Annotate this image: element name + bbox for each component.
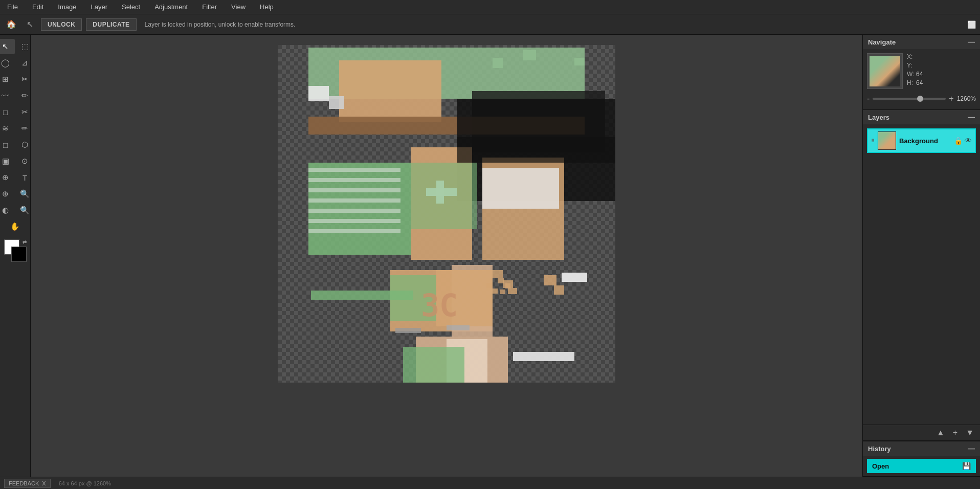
canvas[interactable]: ЗС <box>278 45 615 383</box>
layer-drag-handle: ⠿ <box>871 138 875 144</box>
clone-stamp-tool[interactable]: ⊕ <box>0 186 15 202</box>
layer-background[interactable]: ⠿ Background 🔒 👁 <box>867 128 976 153</box>
toolbar: 🏠 ↖ UNLOCK DUPLICATE Layer is locked in … <box>0 14 980 35</box>
svg-rect-14 <box>308 198 400 203</box>
menu-view[interactable]: View <box>228 2 249 12</box>
history-item-open[interactable]: Open 💾 <box>867 459 976 473</box>
cursor-button[interactable]: ↖ <box>23 17 37 32</box>
svg-rect-44 <box>493 288 498 294</box>
layer-controls: ▲ + ▼ <box>863 425 980 440</box>
layer-move-up-button[interactable]: ▲ <box>934 427 947 438</box>
menu-help[interactable]: Help <box>257 2 277 12</box>
history-section: History — Open 💾 <box>863 441 980 477</box>
duplicate-button[interactable]: DUPLICATE <box>86 18 136 31</box>
feedback-tab[interactable]: FEEDBACK X <box>4 479 51 488</box>
heal-tool[interactable]: ⊕ <box>0 170 15 185</box>
layers-collapse-button[interactable]: — <box>968 113 975 121</box>
history-header: History — <box>863 441 980 456</box>
svg-rect-24 <box>457 137 615 163</box>
layer-move-down-button[interactable]: ▼ <box>964 427 976 438</box>
crop-tool[interactable]: ⊞ <box>0 72 15 87</box>
rectangle-tool[interactable]: □ <box>0 104 15 120</box>
shape-tool[interactable]: □ <box>0 137 15 152</box>
menu-filter[interactable]: Filter <box>199 2 220 12</box>
svg-rect-13 <box>308 188 400 192</box>
feedback-label: FEEDBACK <box>9 480 39 486</box>
y-label: Y: <box>907 62 914 69</box>
x-label: X: <box>907 53 914 60</box>
menu-image[interactable]: Image <box>55 2 79 12</box>
w-label: W: <box>907 71 914 78</box>
zoom-thumb <box>917 96 923 102</box>
stroke-tool[interactable]: 〰 <box>0 88 15 103</box>
svg-rect-15 <box>308 209 400 213</box>
hand-tool[interactable]: ✋ <box>6 219 25 234</box>
canvas-wrapper: ЗС <box>278 45 615 383</box>
svg-rect-12 <box>308 178 400 182</box>
svg-rect-23 <box>411 163 477 229</box>
svg-rect-6 <box>523 50 536 60</box>
home-button[interactable]: 🏠 <box>4 17 18 32</box>
layer-thumbnail <box>878 131 896 150</box>
navigate-preview[interactable] <box>867 53 903 89</box>
navigate-coords: X: Y: W: 64 H: 64 <box>907 53 923 86</box>
navigate-thumbnail <box>870 56 900 86</box>
status-bar: FEEDBACK X 64 x 64 px @ 1260% <box>0 477 980 489</box>
navigate-content: X: Y: W: 64 H: 64 <box>863 49 980 109</box>
svg-rect-33 <box>493 270 503 278</box>
svg-rect-40 <box>403 347 464 383</box>
zoom-slider[interactable] <box>873 98 946 100</box>
layer-action-icons: 🔒 👁 <box>954 137 972 145</box>
zoom-out-button[interactable]: - <box>867 94 870 103</box>
menu-file[interactable]: File <box>4 2 21 12</box>
zoom-row: - + 1260% <box>867 92 976 105</box>
lasso-tool[interactable]: ◯ <box>0 55 15 71</box>
svg-rect-3 <box>308 86 329 101</box>
zoom-in-button[interactable]: + <box>949 94 953 103</box>
svg-text:ЗС: ЗС <box>421 287 458 323</box>
history-title: History <box>868 445 891 453</box>
svg-rect-7 <box>574 58 585 65</box>
layer-name: Background <box>899 137 951 145</box>
menu-adjustment[interactable]: Adjustment <box>151 2 191 12</box>
layers-content: ⠿ Background 🔒 👁 <box>863 124 980 425</box>
svg-rect-32 <box>554 285 564 295</box>
layer-visibility-icon[interactable]: 👁 <box>965 137 972 145</box>
brush-tool[interactable]: ≋ <box>0 121 15 136</box>
layers-header: Layers — <box>863 110 980 124</box>
feedback-close-button[interactable]: X <box>42 480 46 486</box>
gradient-tool[interactable]: ▣ <box>0 153 15 169</box>
svg-rect-47 <box>500 290 505 294</box>
corner-icon: ⬜ <box>967 20 976 29</box>
history-item-label: Open <box>872 462 889 470</box>
layer-lock-icon[interactable]: 🔒 <box>954 137 963 145</box>
dodge-tool[interactable]: ◐ <box>0 203 15 218</box>
menu-layer[interactable]: Layer <box>88 2 111 12</box>
menu-select[interactable]: Select <box>119 2 143 12</box>
svg-rect-22 <box>482 168 559 209</box>
unlock-button[interactable]: UNLOCK <box>41 18 82 31</box>
toolbar-message: Layer is locked in position, unlock to e… <box>145 21 296 28</box>
history-collapse-button[interactable]: — <box>968 444 975 453</box>
layers-title: Layers <box>868 114 889 121</box>
navigate-section: Navigate — X: Y: <box>863 35 980 110</box>
navigate-top: X: Y: W: 64 H: 64 <box>867 53 976 89</box>
layer-add-button[interactable]: + <box>951 427 960 438</box>
zoom-value: 1260% <box>957 95 976 102</box>
status-info: 64 x 64 px @ 1260% <box>59 480 111 486</box>
svg-rect-30 <box>513 352 574 361</box>
svg-rect-4 <box>329 96 344 109</box>
select-tool[interactable]: ↖ <box>0 39 15 54</box>
svg-rect-11 <box>308 168 400 172</box>
navigate-collapse-button[interactable]: — <box>968 38 975 46</box>
menu-edit[interactable]: Edit <box>29 2 47 12</box>
svg-rect-35 <box>508 288 517 294</box>
background-color[interactable] <box>11 247 27 262</box>
canvas-area[interactable]: ЗС <box>31 35 862 477</box>
layers-section: Layers — ⠿ Background 🔒 👁 ▲ <box>863 110 980 441</box>
svg-rect-31 <box>544 275 556 285</box>
swap-colors-icon[interactable]: ⇄ <box>23 239 27 245</box>
svg-rect-1 <box>339 60 441 122</box>
svg-rect-46 <box>505 283 510 288</box>
history-item-icon: 💾 <box>962 462 971 470</box>
